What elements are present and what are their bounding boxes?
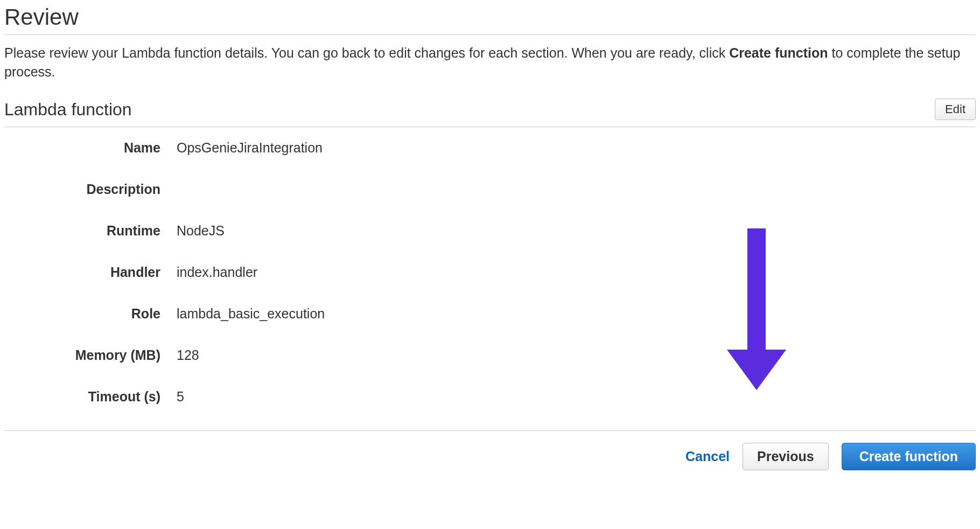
field-value-handler: index.handler [177, 264, 257, 280]
field-row-description: Description [4, 182, 976, 197]
field-row-handler: Handler index.handler [4, 264, 976, 280]
previous-button[interactable]: Previous [743, 443, 829, 470]
create-function-button[interactable]: Create function [842, 443, 976, 470]
field-label-timeout: Timeout (s) [4, 389, 177, 405]
field-label-description: Description [4, 182, 177, 197]
page-title: Review [4, 4, 976, 30]
intro-before: Please review your Lambda function detai… [4, 45, 729, 60]
lambda-fields: Name OpsGenieJiraIntegration Description… [4, 140, 976, 405]
field-label-handler: Handler [4, 264, 177, 280]
section-title: Lambda function [4, 100, 132, 120]
section-header: Lambda function Edit [4, 99, 976, 127]
field-label-name: Name [4, 140, 177, 156]
field-row-timeout: Timeout (s) 5 [4, 389, 976, 405]
field-row-role: Role lambda_basic_execution [4, 306, 976, 322]
field-row-runtime: Runtime NodeJS [4, 223, 976, 239]
field-value-memory: 128 [177, 347, 199, 363]
title-divider [4, 34, 976, 35]
field-label-role: Role [4, 306, 177, 322]
cancel-link[interactable]: Cancel [685, 449, 730, 464]
field-label-runtime: Runtime [4, 223, 177, 239]
field-value-role: lambda_basic_execution [177, 306, 325, 322]
field-value-runtime: NodeJS [177, 223, 225, 239]
intro-text: Please review your Lambda function detai… [4, 44, 976, 81]
field-value-name: OpsGenieJiraIntegration [177, 140, 323, 156]
intro-bold: Create function [729, 45, 828, 60]
field-row-memory: Memory (MB) 128 [4, 347, 976, 363]
field-label-memory: Memory (MB) [4, 347, 177, 363]
footer-bar: Cancel Previous Create function [4, 430, 976, 470]
field-value-timeout: 5 [177, 389, 184, 405]
edit-button[interactable]: Edit [935, 99, 976, 120]
field-row-name: Name OpsGenieJiraIntegration [4, 140, 976, 156]
